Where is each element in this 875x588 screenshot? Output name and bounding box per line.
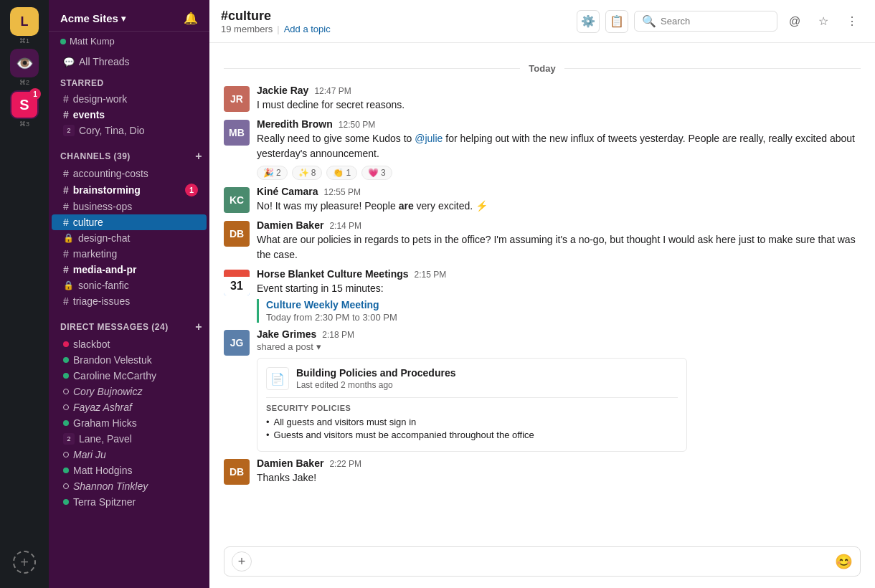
star-btn[interactable]: ☆ [812,10,835,33]
at-btn[interactable]: @ [783,10,806,33]
offline-dot [63,389,69,394]
channel-brainstorming[interactable]: # brainstorming 1 [52,181,207,199]
dm-mari[interactable]: Mari Ju [52,447,207,463]
channel-accounting-costs[interactable]: # accounting-costs [52,166,207,181]
dm-slackbot[interactable]: slackbot [52,336,207,352]
channel-marketing[interactable]: # marketing [52,246,207,262]
message-input-box: + 😊 [224,546,861,577]
settings-btn[interactable]: ⚙️ [577,10,600,33]
add-dm-icon[interactable]: + [195,321,202,333]
dm-graham[interactable]: Graham Hicks [52,415,207,431]
dm-label: Mari Ju [73,449,106,460]
channel-label: design-work [73,93,127,105]
online-dot [63,373,69,379]
timestamp: 12:47 PM [314,86,351,96]
add-channel-icon[interactable]: + [195,150,202,163]
layout-btn[interactable]: 📋 [605,10,628,33]
reaction-heart[interactable]: 💗 3 [361,166,392,180]
sender-name[interactable]: Horse Blanket Culture Meetings [257,268,409,280]
dm-label: slackbot [73,338,110,350]
event-title[interactable]: Culture Weekly Meeting [266,299,861,310]
hash-icon: # [63,217,69,228]
channels-header: CHANNELS (39) + [49,150,209,166]
sender-name[interactable]: Damien Baker [257,457,323,469]
sender-name[interactable]: Damien Baker [257,219,323,231]
app-icon-home[interactable]: L [10,7,39,36]
mention-julie[interactable]: @julie [415,133,443,144]
dm-matt-hodgins[interactable]: Matt Hodgins [52,463,207,478]
dm-lane-pavel[interactable]: 2 Lane, Pavel [52,431,207,447]
avatar-jackie-ray: JR [224,86,250,112]
reaction-clap[interactable]: 👏 1 [326,166,357,180]
message-input[interactable] [257,556,829,567]
all-threads-item[interactable]: 💬 All Threads [52,54,207,70]
add-attachment-btn[interactable]: + [232,551,252,572]
app-icon-2[interactable]: 👁️ [10,49,39,77]
group-avatar: 2 [63,125,75,136]
channel-culture[interactable]: # culture [52,214,207,230]
message-damien-baker-1: DB Damien Baker 2:14 PM What are our pol… [209,217,875,265]
message-header: Meredith Brown 12:50 PM [257,118,861,130]
dm-label: Graham Hicks [73,417,137,429]
dm-shannon[interactable]: Shannon Tinkley [52,478,207,494]
all-threads-label: All Threads [79,56,130,67]
date-label: Today [520,63,564,74]
channel-label: marketing [73,248,117,260]
lock-icon: 🔒 [63,280,74,290]
channel-header: #culture 19 members | Add a topic ⚙️ 📋 🔍… [209,0,875,43]
document-card[interactable]: 📄 Building Policies and Procedures Last … [257,358,687,452]
app-icon-2-wrapper: 👁️ ⌘2 [10,49,39,86]
more-btn[interactable]: ⋮ [841,10,864,33]
channel-triage-issues[interactable]: # triage-issues [52,293,207,309]
avatar-kine-camara: KC [224,187,250,213]
sender-name[interactable]: Kiné Camara [257,186,318,197]
slackbot-dot [63,341,69,347]
channel-meta: 19 members | Add a topic [221,24,331,34]
event-time: Today from 2:30 PM to 3:00 PM [266,312,861,323]
doc-section-title: SECURITY POLICIES [266,404,678,412]
add-topic-btn[interactable]: Add a topic [284,24,331,34]
bullet-icon: • [266,417,270,427]
channel-label: sonic-fanfic [78,280,129,291]
message-body: Meredith Brown 12:50 PM Really need to g… [257,118,861,180]
app-icon-3[interactable]: S 1 [10,90,39,119]
dropdown-icon[interactable]: ▾ [316,341,321,352]
message-header: Jackie Ray 12:47 PM [257,85,861,96]
channels-section: CHANNELS (39) + # accounting-costs # bra… [49,141,209,312]
starred-dm-group[interactable]: 2 Cory, Tina, Dio [52,123,207,138]
message-header: Kiné Camara 12:55 PM [257,186,861,197]
channel-design-chat[interactable]: 🔒 design-chat [52,230,207,246]
threads-icon: 💬 [63,57,75,67]
search-input[interactable] [661,16,770,27]
starred-design-work[interactable]: # design-work [52,91,207,107]
avatar-damien-baker: DB [224,221,250,247]
dm-caroline[interactable]: Caroline McCarthy [52,368,207,384]
sender-name[interactable]: Jackie Ray [257,85,308,96]
channel-media-and-pr[interactable]: # media-and-pr [52,262,207,278]
unread-badge: 1 [185,184,198,196]
workspace-name[interactable]: Acme Sites ▾ [60,12,126,24]
app-sidebar: L ⌘1 👁️ ⌘2 S 1 ⌘3 + [0,0,49,588]
dm-cory[interactable]: Cory Bujnowicz [52,384,207,399]
online-dot [63,420,69,426]
message-body: Kiné Camara 12:55 PM No! It was my pleas… [257,186,861,214]
channel-business-ops[interactable]: # business-ops [52,199,207,214]
dm-terra[interactable]: Terra Spitzner [52,494,207,510]
dm-fayaz[interactable]: Fayaz Ashraf [52,399,207,415]
add-workspace-btn[interactable]: + [13,551,36,581]
reaction-sparkle[interactable]: ✨ 8 [292,166,323,180]
channel-sonic-fanfic[interactable]: 🔒 sonic-fanfic [52,278,207,293]
reaction-party[interactable]: 🎉 2 [257,166,288,180]
dm-brandon[interactable]: Brandon Velestuk [52,352,207,368]
cal-top [224,270,250,277]
search-icon: 🔍 [642,14,656,28]
bullet-icon: • [266,430,270,440]
message-text: Thanks Jake! [257,470,861,485]
sender-name[interactable]: Meredith Brown [257,118,333,130]
starred-events[interactable]: # events [52,107,207,123]
app-icon-badge: 1 [29,88,41,100]
sender-name[interactable]: Jake Grimes [257,328,316,340]
dm-label: Cory Bujnowicz [73,386,142,397]
bell-icon[interactable]: 🔔 [184,11,198,25]
emoji-btn[interactable]: 😊 [835,553,853,570]
